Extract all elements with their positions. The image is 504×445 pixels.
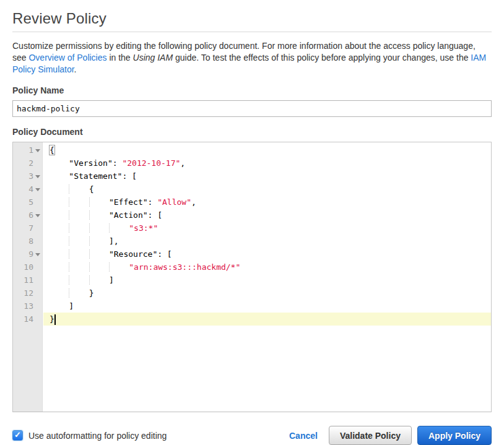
code-line-10[interactable]: "arn:aws:s3:::hackmd/*": [43, 261, 491, 274]
intro-text-3: guide. To test the effects of this polic…: [173, 53, 471, 63]
autoformat-option: ✓ Use autoformatting for policy editing: [12, 430, 167, 441]
review-policy-page: Review Policy Customize permissions by e…: [0, 10, 504, 445]
intro-paragraph: Customize permissions by editing the fol…: [12, 40, 492, 76]
policy-editor[interactable]: 1234567891011121314 { "Version": "2012-1…: [12, 142, 492, 412]
code-line-1[interactable]: {: [43, 144, 491, 157]
policy-name-input[interactable]: [12, 100, 492, 117]
editor-gutter: 1234567891011121314: [13, 142, 43, 412]
code-line-5[interactable]: "Effect": "Allow",: [43, 196, 491, 209]
gutter-line-6[interactable]: 6: [13, 209, 42, 222]
using-iam-italic: Using IAM: [133, 53, 173, 63]
code-line-13[interactable]: ]: [43, 300, 491, 313]
footer-actions: Cancel Validate Policy Apply Policy: [289, 426, 492, 445]
code-line-8[interactable]: ],: [43, 235, 491, 248]
policy-document-label: Policy Document: [12, 127, 492, 137]
fold-arrow-icon[interactable]: [35, 214, 40, 217]
fold-arrow-icon[interactable]: [35, 175, 40, 178]
editor-code[interactable]: { "Version": "2012-10-17", "Statement": …: [43, 142, 491, 412]
intro-text-4: .: [74, 64, 77, 74]
gutter-line-3[interactable]: 3: [13, 170, 42, 183]
fold-arrow-icon[interactable]: [35, 188, 40, 191]
code-line-9[interactable]: "Resource": [: [43, 248, 491, 261]
code-line-4[interactable]: {: [43, 183, 491, 196]
gutter-line-5: 5: [13, 196, 42, 209]
policy-name-label: Policy Name: [12, 85, 492, 95]
code-line-2[interactable]: "Version": "2012-10-17",: [43, 157, 491, 170]
gutter-line-8: 8: [13, 235, 42, 248]
gutter-line-14: 14: [13, 313, 42, 326]
code-line-6[interactable]: "Action": [: [43, 209, 491, 222]
code-line-11[interactable]: ]: [43, 274, 491, 287]
title-divider: [12, 32, 492, 32]
gutter-line-13: 13: [13, 300, 42, 313]
code-line-3[interactable]: "Statement": [: [43, 170, 491, 183]
autoformat-checkbox[interactable]: ✓: [12, 430, 23, 441]
gutter-line-4[interactable]: 4: [13, 183, 42, 196]
footer-bar: ✓ Use autoformatting for policy editing …: [12, 426, 492, 445]
validate-policy-button[interactable]: Validate Policy: [329, 426, 412, 445]
fold-arrow-icon[interactable]: [35, 149, 40, 152]
code-line-14[interactable]: }: [43, 313, 491, 326]
gutter-line-9[interactable]: 9: [13, 248, 42, 261]
gutter-line-7: 7: [13, 222, 42, 235]
code-line-12[interactable]: }: [43, 287, 491, 300]
intro-text-2: in the: [107, 53, 133, 63]
autoformat-label: Use autoformatting for policy editing: [28, 431, 167, 441]
cancel-link[interactable]: Cancel: [289, 431, 318, 441]
text-cursor: [54, 314, 56, 325]
gutter-line-1[interactable]: 1: [13, 144, 42, 157]
apply-policy-button[interactable]: Apply Policy: [417, 426, 492, 445]
gutter-line-2: 2: [13, 157, 42, 170]
code-line-7[interactable]: "s3:*": [43, 222, 491, 235]
gutter-line-11: 11: [13, 274, 42, 287]
gutter-line-10: 10: [13, 261, 42, 274]
gutter-line-12: 12: [13, 287, 42, 300]
fold-arrow-icon[interactable]: [35, 253, 40, 256]
page-title: Review Policy: [12, 10, 492, 27]
check-icon: ✓: [14, 431, 21, 439]
link-overview-of-policies[interactable]: Overview of Policies: [28, 53, 106, 63]
